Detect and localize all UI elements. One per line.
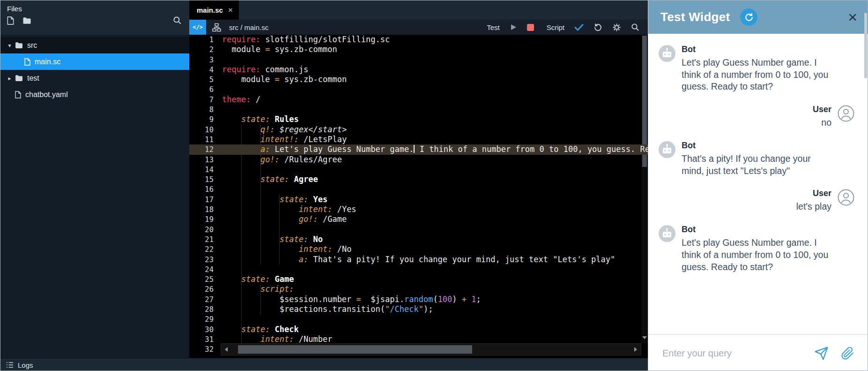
line-number: 22 [189, 245, 222, 255]
logs-toggle[interactable]: Logs [0, 358, 648, 371]
editor-search-icon[interactable] [631, 23, 639, 31]
code-line[interactable]: 28 $reactions.transition("/Check"); [189, 304, 648, 314]
line-number: 14 [189, 165, 222, 175]
tab-close-icon[interactable]: × [228, 6, 233, 14]
code-line[interactable]: 29 [189, 314, 648, 324]
code-view-button[interactable]: </> [189, 20, 206, 35]
line-number: 26 [189, 285, 222, 295]
code-token: state: [280, 235, 308, 244]
file-icon [24, 58, 30, 66]
code-line[interactable]: 18 intent: /Yes [189, 204, 648, 214]
code-token: ( [433, 295, 438, 304]
query-input[interactable] [662, 348, 802, 359]
code-token: / [251, 95, 260, 104]
message-sender: User [796, 189, 831, 198]
message-sender: Bot [682, 45, 831, 54]
code-line[interactable]: 16 [189, 184, 648, 194]
code-line[interactable]: 14 [189, 165, 648, 174]
new-file-icon[interactable] [7, 16, 14, 25]
code-token [222, 144, 260, 154]
message-text: let's play [796, 201, 831, 213]
code-token [222, 334, 260, 344]
code-line[interactable]: 23 a: That's a pity! If you change your … [189, 255, 648, 265]
code-line[interactable]: 11 intent!: /LetsPlay [189, 135, 648, 144]
code-token: common.js [260, 65, 308, 74]
code-line[interactable]: 25 state: Game [189, 274, 648, 284]
code-token: sys.zb-common [280, 75, 347, 84]
tab-main-sc[interactable]: main.sc × [189, 0, 239, 20]
code-line[interactable]: 5 module = sys.zb-common [189, 75, 648, 84]
settings-gear-icon[interactable] [612, 23, 621, 32]
line-number: 11 [189, 135, 222, 145]
code-line[interactable]: 31 intent: /Number [189, 334, 648, 344]
run-test-button[interactable] [510, 23, 517, 31]
code-token: I think of a number from 0 to 100, you g… [415, 144, 648, 154]
code-token: state: [260, 174, 289, 184]
send-icon[interactable] [814, 346, 829, 361]
tree-item-main.sc[interactable]: main.sc [0, 53, 189, 70]
code-area[interactable]: 1require: slotfilling/slotFilling.sc2 mo… [189, 35, 648, 358]
attach-file-icon[interactable] [841, 347, 854, 360]
code-line[interactable]: 24 [189, 265, 648, 274]
files-search-icon[interactable] [173, 16, 182, 25]
code-line[interactable]: 21 state: No [189, 235, 648, 244]
code-token: $reactions.transition( [222, 304, 385, 314]
code-token [222, 204, 299, 214]
tree-item-test[interactable]: ▸test [0, 70, 189, 86]
code-token [222, 155, 260, 164]
code-line[interactable]: 10 q!: $regex</start> [189, 125, 648, 135]
code-token: That's a pity! If you change your mind, … [308, 255, 615, 264]
code-token: theme: [222, 95, 251, 104]
code-line[interactable]: 13 go!: /Rules/Agree [189, 155, 648, 165]
code-line[interactable]: 9 state: Rules [189, 114, 648, 124]
tree-item-label: src [27, 41, 37, 50]
validate-check-icon[interactable] [574, 23, 584, 31]
code-token: require: [222, 65, 260, 74]
bot-avatar [659, 141, 675, 158]
code-line[interactable]: 19 go!: /Game [189, 214, 648, 224]
code-line[interactable]: 1require: slotfilling/slotFilling.sc [189, 35, 648, 45]
code-line[interactable]: 22 intent: /No [189, 244, 648, 254]
new-folder-icon[interactable] [22, 17, 31, 24]
message-sender: Bot [682, 225, 831, 235]
code-line[interactable]: 12 a: Let's play Guess Number game. I th… [189, 144, 648, 154]
code-token: ; [476, 295, 481, 304]
code-line[interactable]: 32 [189, 344, 648, 354]
chevron-right-icon[interactable]: ▸ [5, 75, 14, 82]
code-line[interactable]: 26 script: [189, 284, 648, 294]
message-text: That's a pity! If you change your mind, … [682, 153, 831, 177]
restart-test-button[interactable] [740, 8, 757, 26]
code-line[interactable]: 3 [189, 55, 648, 65]
test-widget-title: Test Widget [660, 10, 730, 24]
message-text: Let's play Guess Number game. I think of… [682, 237, 831, 273]
close-widget-icon[interactable]: × [848, 10, 857, 24]
code-line[interactable]: 30 state: Check [189, 325, 648, 334]
structure-view-icon[interactable] [212, 23, 221, 32]
bot-message: BotLet's play Guess Number game. I think… [659, 45, 854, 93]
code-line[interactable]: 27 $session.number = $jsapi.random(100) … [189, 295, 648, 304]
code-line[interactable]: 20 [189, 225, 648, 235]
code-token [222, 174, 260, 184]
code-line[interactable]: 15 state: Agree [189, 174, 648, 184]
code-lines: 1require: slotfilling/slotFilling.sc2 mo… [189, 35, 648, 355]
chat-scrollbar-thumb[interactable] [864, 13, 867, 78]
code-token: go!: [299, 214, 318, 224]
code-line[interactable]: 8 [189, 105, 648, 114]
line-number: 15 [189, 175, 222, 185]
code-line[interactable]: 6 [189, 84, 648, 94]
code-line[interactable]: 7theme: / [189, 95, 648, 105]
bot-message: BotLet's play Guess Number game. I think… [659, 225, 854, 273]
code-line[interactable]: 2 module = sys.zb-common [189, 45, 648, 54]
stop-test-button[interactable] [527, 24, 534, 31]
code-token: 1 [471, 295, 476, 304]
line-number: 2 [189, 45, 222, 55]
chevron-down-icon[interactable]: ▾ [5, 42, 14, 49]
line-number: 21 [189, 235, 222, 245]
code-line[interactable]: 17 state: Yes [189, 195, 648, 204]
code-line[interactable]: 4require: common.js [189, 65, 648, 75]
tree-item-chatbot.yaml[interactable]: chatbot.yaml [0, 86, 189, 103]
tree-item-src[interactable]: ▾src [0, 37, 189, 53]
undo-icon[interactable] [594, 23, 602, 32]
files-panel: Files ▾srcmain.sc▸testchatbot.yaml [0, 0, 189, 358]
line-number: 16 [189, 185, 222, 195]
